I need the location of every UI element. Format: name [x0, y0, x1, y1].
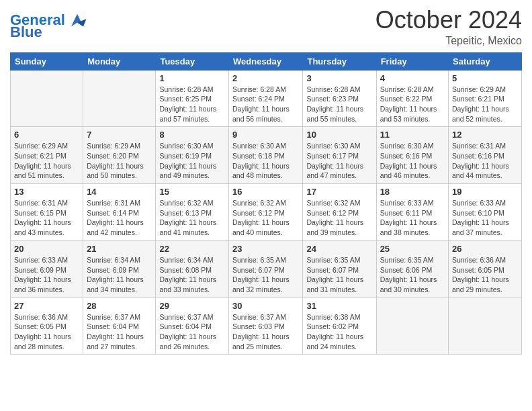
day-number: 13 — [14, 187, 79, 197]
day-info: Sunrise: 6:31 AM Sunset: 6:14 PM Dayligh… — [87, 198, 152, 238]
day-number: 31 — [306, 301, 372, 311]
calendar-cell: 27Sunrise: 6:36 AM Sunset: 6:05 PM Dayli… — [11, 298, 83, 355]
day-number: 26 — [452, 244, 518, 254]
day-info: Sunrise: 6:36 AM Sunset: 6:05 PM Dayligh… — [452, 255, 518, 295]
day-info: Sunrise: 6:33 AM Sunset: 6:11 PM Dayligh… — [380, 198, 445, 238]
calendar-cell: 29Sunrise: 6:37 AM Sunset: 6:04 PM Dayli… — [156, 298, 229, 355]
header-friday: Friday — [376, 52, 448, 70]
day-number: 22 — [159, 244, 225, 254]
logo-bird-icon — [67, 10, 87, 30]
header-sunday: Sunday — [11, 52, 83, 70]
day-number: 21 — [87, 244, 152, 254]
day-info: Sunrise: 6:31 AM Sunset: 6:16 PM Dayligh… — [452, 141, 518, 181]
day-number: 4 — [380, 73, 445, 83]
day-number: 7 — [87, 130, 152, 140]
calendar-week-row: 20Sunrise: 6:33 AM Sunset: 6:09 PM Dayli… — [11, 240, 522, 298]
day-info: Sunrise: 6:29 AM Sunset: 6:21 PM Dayligh… — [14, 141, 79, 181]
location-title: Tepeitic, Mexico — [375, 35, 522, 47]
calendar-week-row: 13Sunrise: 6:31 AM Sunset: 6:15 PM Dayli… — [11, 184, 522, 241]
calendar-cell: 6Sunrise: 6:29 AM Sunset: 6:21 PM Daylig… — [11, 127, 83, 184]
day-number: 20 — [14, 244, 79, 254]
calendar-cell: 18Sunrise: 6:33 AM Sunset: 6:11 PM Dayli… — [376, 184, 448, 241]
calendar-cell: 14Sunrise: 6:31 AM Sunset: 6:14 PM Dayli… — [83, 184, 156, 241]
day-number: 27 — [14, 301, 79, 311]
calendar-cell: 26Sunrise: 6:36 AM Sunset: 6:05 PM Dayli… — [449, 240, 522, 298]
day-number: 2 — [232, 73, 299, 83]
calendar-cell: 1Sunrise: 6:28 AM Sunset: 6:25 PM Daylig… — [156, 70, 229, 127]
day-info: Sunrise: 6:36 AM Sunset: 6:05 PM Dayligh… — [14, 312, 79, 352]
logo: General Blue — [10, 10, 87, 40]
header-wednesday: Wednesday — [229, 52, 303, 70]
day-number: 19 — [452, 187, 518, 197]
day-number: 3 — [306, 73, 372, 83]
day-number: 18 — [380, 187, 445, 197]
calendar-cell: 20Sunrise: 6:33 AM Sunset: 6:09 PM Dayli… — [11, 240, 83, 298]
logo-text-blue: Blue — [10, 25, 42, 40]
calendar-cell: 17Sunrise: 6:32 AM Sunset: 6:12 PM Dayli… — [303, 184, 376, 241]
calendar-week-row: 27Sunrise: 6:36 AM Sunset: 6:05 PM Dayli… — [11, 298, 522, 355]
calendar-week-row: 6Sunrise: 6:29 AM Sunset: 6:21 PM Daylig… — [11, 127, 522, 184]
calendar-cell: 2Sunrise: 6:28 AM Sunset: 6:24 PM Daylig… — [229, 70, 303, 127]
header-saturday: Saturday — [449, 52, 522, 70]
day-info: Sunrise: 6:30 AM Sunset: 6:17 PM Dayligh… — [306, 141, 372, 181]
day-number: 9 — [232, 130, 299, 140]
calendar-cell: 5Sunrise: 6:29 AM Sunset: 6:21 PM Daylig… — [449, 70, 522, 127]
calendar-week-row: 1Sunrise: 6:28 AM Sunset: 6:25 PM Daylig… — [11, 70, 522, 127]
header-thursday: Thursday — [303, 52, 376, 70]
day-info: Sunrise: 6:28 AM Sunset: 6:23 PM Dayligh… — [306, 85, 372, 124]
day-info: Sunrise: 6:37 AM Sunset: 6:03 PM Dayligh… — [232, 312, 299, 352]
day-info: Sunrise: 6:32 AM Sunset: 6:12 PM Dayligh… — [306, 198, 372, 238]
day-number: 5 — [452, 73, 518, 83]
calendar-cell: 23Sunrise: 6:35 AM Sunset: 6:07 PM Dayli… — [229, 240, 303, 298]
calendar-cell: 16Sunrise: 6:32 AM Sunset: 6:12 PM Dayli… — [229, 184, 303, 241]
day-number: 6 — [14, 130, 79, 140]
day-number: 16 — [232, 187, 299, 197]
day-number: 29 — [159, 301, 225, 311]
day-info: Sunrise: 6:34 AM Sunset: 6:09 PM Dayligh… — [87, 255, 152, 295]
day-info: Sunrise: 6:32 AM Sunset: 6:12 PM Dayligh… — [232, 198, 299, 238]
day-info: Sunrise: 6:29 AM Sunset: 6:20 PM Dayligh… — [87, 141, 152, 181]
day-number: 25 — [380, 244, 445, 254]
day-info: Sunrise: 6:35 AM Sunset: 6:06 PM Dayligh… — [380, 255, 445, 295]
calendar-header-row: SundayMondayTuesdayWednesdayThursdayFrid… — [11, 52, 522, 70]
day-info: Sunrise: 6:31 AM Sunset: 6:15 PM Dayligh… — [14, 198, 79, 238]
calendar-table: SundayMondayTuesdayWednesdayThursdayFrid… — [10, 52, 522, 355]
calendar-cell: 3Sunrise: 6:28 AM Sunset: 6:23 PM Daylig… — [303, 70, 376, 127]
day-number: 10 — [306, 130, 372, 140]
title-block: October 2024 Tepeitic, Mexico — [375, 7, 522, 47]
calendar-cell — [11, 70, 83, 127]
calendar-cell: 15Sunrise: 6:32 AM Sunset: 6:13 PM Dayli… — [156, 184, 229, 241]
month-title: October 2024 — [375, 7, 522, 34]
day-info: Sunrise: 6:28 AM Sunset: 6:25 PM Dayligh… — [159, 85, 225, 124]
header-tuesday: Tuesday — [156, 52, 229, 70]
day-number: 11 — [380, 130, 445, 140]
day-number: 24 — [306, 244, 372, 254]
calendar-cell: 22Sunrise: 6:34 AM Sunset: 6:08 PM Dayli… — [156, 240, 229, 298]
calendar-cell: 7Sunrise: 6:29 AM Sunset: 6:20 PM Daylig… — [83, 127, 156, 184]
calendar-cell — [449, 298, 522, 355]
calendar-cell: 12Sunrise: 6:31 AM Sunset: 6:16 PM Dayli… — [449, 127, 522, 184]
day-number: 1 — [159, 73, 225, 83]
day-info: Sunrise: 6:29 AM Sunset: 6:21 PM Dayligh… — [452, 85, 518, 124]
calendar-cell — [376, 298, 448, 355]
day-number: 14 — [87, 187, 152, 197]
day-info: Sunrise: 6:28 AM Sunset: 6:24 PM Dayligh… — [232, 85, 299, 124]
page: General Blue October 2024 Tepeitic, Mexi… — [0, 0, 532, 411]
day-info: Sunrise: 6:35 AM Sunset: 6:07 PM Dayligh… — [306, 255, 372, 295]
day-info: Sunrise: 6:30 AM Sunset: 6:18 PM Dayligh… — [232, 141, 299, 181]
calendar-cell: 10Sunrise: 6:30 AM Sunset: 6:17 PM Dayli… — [303, 127, 376, 184]
day-info: Sunrise: 6:30 AM Sunset: 6:19 PM Dayligh… — [159, 141, 225, 181]
day-info: Sunrise: 6:33 AM Sunset: 6:10 PM Dayligh… — [452, 198, 518, 238]
calendar-cell: 9Sunrise: 6:30 AM Sunset: 6:18 PM Daylig… — [229, 127, 303, 184]
day-number: 8 — [159, 130, 225, 140]
day-number: 12 — [452, 130, 518, 140]
day-number: 23 — [232, 244, 299, 254]
calendar-cell: 21Sunrise: 6:34 AM Sunset: 6:09 PM Dayli… — [83, 240, 156, 298]
calendar-cell: 25Sunrise: 6:35 AM Sunset: 6:06 PM Dayli… — [376, 240, 448, 298]
calendar-cell: 13Sunrise: 6:31 AM Sunset: 6:15 PM Dayli… — [11, 184, 83, 241]
day-info: Sunrise: 6:28 AM Sunset: 6:22 PM Dayligh… — [380, 85, 445, 124]
day-info: Sunrise: 6:30 AM Sunset: 6:16 PM Dayligh… — [380, 141, 445, 181]
day-info: Sunrise: 6:32 AM Sunset: 6:13 PM Dayligh… — [159, 198, 225, 238]
day-number: 30 — [232, 301, 299, 311]
header-monday: Monday — [83, 52, 156, 70]
